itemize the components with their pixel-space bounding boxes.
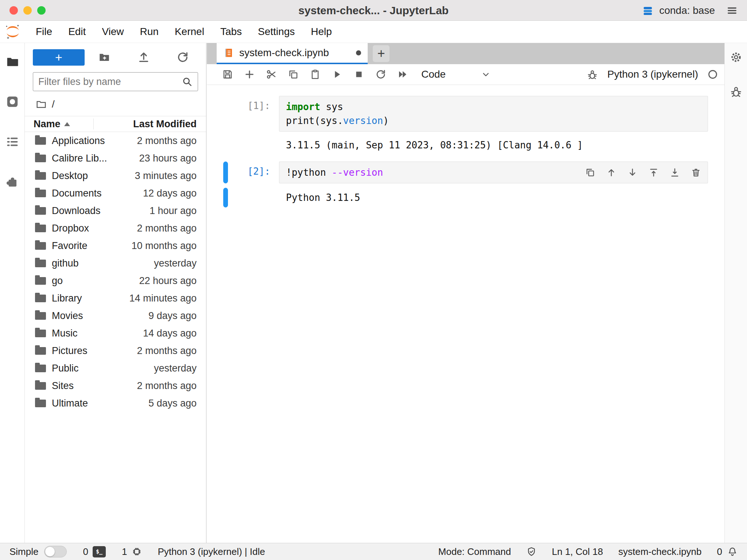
debugger-toggle-icon[interactable] xyxy=(587,69,598,80)
menu-view[interactable]: View xyxy=(94,26,132,38)
sidebar-tab-running[interactable] xyxy=(4,93,21,110)
tab-system-check-ipynb[interactable]: system-check.ipynb xyxy=(217,43,368,64)
command-mode-indicator[interactable]: Mode: Command xyxy=(438,546,511,557)
paste-cells-button[interactable] xyxy=(307,66,324,83)
run-cell-button[interactable] xyxy=(329,66,345,83)
file-name: Dropbox xyxy=(52,223,137,234)
right-sidebar xyxy=(724,43,747,543)
cell-2-output: Python 3.11.5 xyxy=(279,188,708,207)
file-row[interactable]: Music14 days ago xyxy=(25,324,206,342)
menu-settings[interactable]: Settings xyxy=(250,26,303,38)
sort-by-modified-header[interactable]: Last Modified xyxy=(133,118,206,130)
menu-kernel[interactable]: Kernel xyxy=(167,26,212,38)
sidebar-tab-toc[interactable] xyxy=(4,133,21,150)
interrupt-kernel-button[interactable] xyxy=(351,66,367,83)
jupyterlab-window: system-check... - JupyterLab conda: base… xyxy=(0,0,747,560)
kernel-status-icon xyxy=(708,69,718,79)
cut-cells-button[interactable] xyxy=(263,66,280,83)
copy-cells-button[interactable] xyxy=(285,66,302,83)
new-folder-button[interactable] xyxy=(85,51,124,63)
file-row[interactable]: Calibre Lib...23 hours ago xyxy=(25,149,206,167)
insert-cell-above-icon[interactable] xyxy=(649,167,659,178)
restart-kernel-button[interactable] xyxy=(372,66,389,83)
file-row[interactable]: Applications2 months ago xyxy=(25,132,206,149)
kernels-count: 1 xyxy=(122,546,127,557)
main-dock-panel: system-check.ipynb + xyxy=(207,43,747,543)
refresh-file-list-button[interactable] xyxy=(163,51,202,63)
file-row[interactable]: Pictures2 months ago xyxy=(25,342,206,359)
jupyter-logo-icon xyxy=(4,23,21,40)
kernel-name[interactable]: Python 3 (ipykernel) xyxy=(607,69,698,80)
file-list-header: Name Last Modified xyxy=(25,116,206,132)
cell-toolbar xyxy=(585,167,701,178)
cursor-position[interactable]: Ln 1, Col 18 xyxy=(552,546,603,557)
running-terminals-status[interactable]: 0 $_ xyxy=(83,546,105,557)
output-collapser[interactable] xyxy=(223,135,228,155)
file-modified: 10 months ago xyxy=(131,240,197,252)
insert-cell-below-icon[interactable] xyxy=(670,167,680,178)
file-row[interactable]: Desktop3 minutes ago xyxy=(25,167,206,184)
upload-files-button[interactable] xyxy=(124,51,163,63)
file-row[interactable]: Favorite10 months ago xyxy=(25,237,206,254)
cell-collapser-active[interactable] xyxy=(223,162,228,183)
code-input-cell-2[interactable]: !python --version xyxy=(279,162,708,183)
file-modified: 12 days ago xyxy=(143,188,197,199)
hamburger-menu-icon[interactable] xyxy=(726,5,738,16)
save-button[interactable] xyxy=(219,66,236,83)
debugger-sidebar-bug-icon[interactable] xyxy=(730,85,742,98)
kernel-status-text[interactable]: Python 3 (ipykernel) | Idle xyxy=(158,546,265,557)
file-row[interactable]: Downloads1 hour ago xyxy=(25,202,206,219)
new-tab-button[interactable]: + xyxy=(373,45,390,62)
unsaved-changes-dot[interactable] xyxy=(356,50,361,55)
breadcrumb-root[interactable]: / xyxy=(52,98,55,110)
code-input-cell-1[interactable]: import sys print(sys.version) xyxy=(279,96,708,132)
sidebar-tab-filebrowser[interactable] xyxy=(4,53,21,70)
file-row[interactable]: Movies9 days ago xyxy=(25,307,206,324)
move-cell-up-icon[interactable] xyxy=(606,167,616,178)
file-modified: 9 days ago xyxy=(148,310,197,322)
folder-icon xyxy=(35,365,46,372)
notifications-status[interactable]: 0 xyxy=(717,546,738,557)
menu-file[interactable]: File xyxy=(28,26,60,38)
file-row[interactable]: go22 hours ago xyxy=(25,272,206,289)
sidebar-tab-extensions[interactable] xyxy=(4,174,21,190)
file-row[interactable]: Library14 minutes ago xyxy=(25,289,206,307)
file-filter-input[interactable] xyxy=(38,76,182,88)
search-icon xyxy=(182,76,193,87)
file-name: Library xyxy=(52,293,129,304)
file-row[interactable]: Ultimate5 days ago xyxy=(25,394,206,412)
output-collapser-active[interactable] xyxy=(223,188,228,207)
cell-type-dropdown[interactable]: Code xyxy=(421,69,491,80)
file-row[interactable]: Publicyesterday xyxy=(25,359,206,377)
file-name: Movies xyxy=(52,310,148,322)
simple-mode-toggle[interactable] xyxy=(44,546,67,557)
move-cell-down-icon[interactable] xyxy=(627,167,638,178)
folder-icon xyxy=(35,207,46,215)
cell-collapser[interactable] xyxy=(223,96,228,132)
file-browser-panel: + / Name xyxy=(25,43,206,543)
sort-by-name-header[interactable]: Name xyxy=(25,118,70,130)
new-launcher-button[interactable]: + xyxy=(33,49,85,66)
file-row[interactable]: Sites2 months ago xyxy=(25,377,206,394)
code-cell-1: [1]: import sys print(sys.version) xyxy=(207,96,724,132)
menu-run[interactable]: Run xyxy=(132,26,167,38)
insert-cell-button[interactable] xyxy=(241,66,258,83)
menu-edit[interactable]: Edit xyxy=(60,26,94,38)
file-modified: yesterday xyxy=(154,363,197,374)
menu-help[interactable]: Help xyxy=(303,26,340,38)
file-row[interactable]: githubyesterday xyxy=(25,254,206,272)
file-list: Applications2 months ago Calibre Lib...2… xyxy=(25,132,206,412)
property-inspector-gear-icon[interactable] xyxy=(730,51,742,63)
menu-tabs[interactable]: Tabs xyxy=(212,26,250,38)
chevron-down-icon xyxy=(481,70,491,79)
folder-icon xyxy=(35,172,46,180)
file-row[interactable]: Dropbox2 months ago xyxy=(25,219,206,237)
home-folder-icon[interactable] xyxy=(36,99,47,110)
folder-icon xyxy=(35,295,46,302)
running-kernels-status[interactable]: 1 xyxy=(122,546,142,557)
restart-run-all-button[interactable] xyxy=(394,66,411,83)
delete-cell-icon[interactable] xyxy=(691,167,701,178)
file-name: Sites xyxy=(52,380,137,392)
file-row[interactable]: Documents12 days ago xyxy=(25,184,206,202)
duplicate-cell-icon[interactable] xyxy=(585,167,595,178)
